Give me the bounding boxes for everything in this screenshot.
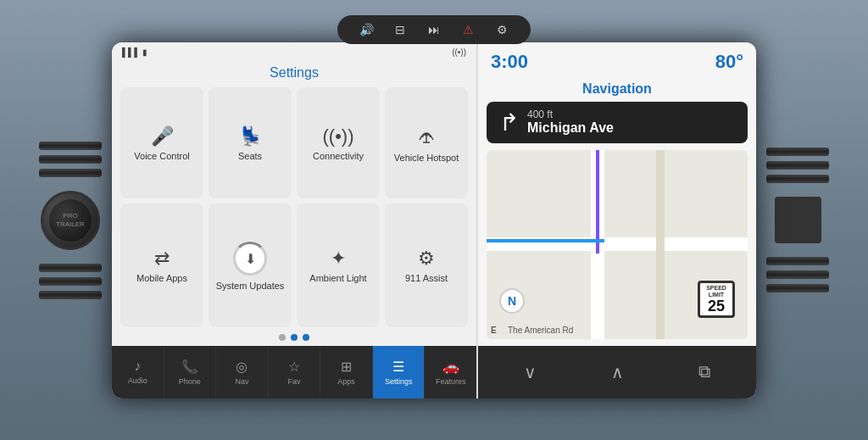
vent-slot bbox=[766, 175, 829, 183]
wifi-icon: ((•)) bbox=[452, 47, 466, 57]
features-nav-label: Features bbox=[436, 377, 466, 386]
nav-settings[interactable]: ☰ Settings bbox=[373, 346, 426, 398]
main-screen: ▌▌▌ ▮ ((•)) Settings 🎤 Voice Control 💺 S… bbox=[112, 42, 756, 398]
system-updates-item[interactable]: ⬇ System Updates bbox=[209, 203, 292, 327]
phone-nav-label: Phone bbox=[179, 377, 201, 386]
nav-apps[interactable]: ⊞ Apps bbox=[320, 346, 373, 398]
settings-grid: 🎤 Voice Control 💺 Seats ((•)) Connectivi… bbox=[112, 87, 476, 327]
chevron-down-icon[interactable]: ∨ bbox=[520, 358, 541, 387]
signal-bars-icon: ▌▌▌ bbox=[122, 47, 140, 57]
dot-1[interactable] bbox=[279, 334, 286, 341]
connectivity-item[interactable]: ((•)) Connectivity bbox=[297, 87, 380, 199]
nav-temperature: 80° bbox=[715, 51, 743, 73]
settings-nav-icon: ☰ bbox=[392, 359, 404, 375]
911-assist-label: 911 Assist bbox=[405, 273, 448, 284]
dot-3[interactable] bbox=[303, 334, 309, 341]
compass-label: N bbox=[508, 294, 516, 308]
dot-2[interactable] bbox=[291, 334, 298, 341]
speed-limit-number: 25 bbox=[702, 298, 731, 314]
speed-limit-sign: SPEED LIMIT 25 bbox=[698, 281, 735, 317]
seats-item[interactable]: 💺 Seats bbox=[209, 87, 292, 199]
911-assist-icon: ⚙ bbox=[418, 249, 435, 268]
nav-audio[interactable]: ♪ Audio bbox=[112, 346, 164, 398]
phone-nav-icon: 📞 bbox=[181, 359, 198, 375]
map-compass: N bbox=[499, 288, 525, 314]
voice-control-item[interactable]: 🎤 Voice Control bbox=[120, 87, 203, 199]
direction-distance: 400 ft bbox=[527, 109, 614, 120]
vent-slot bbox=[766, 161, 829, 170]
vehicle-hotspot-icon bbox=[417, 125, 436, 148]
pagination-dots bbox=[112, 327, 476, 346]
wifi-area: ((•)) bbox=[452, 47, 466, 57]
map-road-name: The American Rd bbox=[508, 326, 573, 335]
knob-label: PROTRAILER bbox=[49, 199, 92, 242]
audio-nav-icon: ♪ bbox=[134, 359, 141, 374]
fav-nav-icon: ☆ bbox=[288, 359, 300, 375]
voice-control-icon: 🎤 bbox=[151, 127, 174, 146]
direction-text: 400 ft Michigan Ave bbox=[527, 109, 614, 136]
vent-slot bbox=[39, 142, 102, 150]
features-nav-icon: 🚗 bbox=[442, 359, 459, 375]
vent-slot bbox=[766, 257, 829, 265]
settings-physical-btn[interactable]: ⚙ bbox=[490, 20, 514, 39]
map-east-label: E bbox=[491, 326, 497, 335]
navigation-panel: 3:00 80° Navigation ↱ 400 ft Michigan Av… bbox=[476, 42, 756, 398]
audio-physical-btn[interactable]: 🔊 bbox=[354, 20, 378, 39]
vent-slot bbox=[766, 284, 829, 292]
chevron-up-icon[interactable]: ∧ bbox=[607, 358, 628, 387]
system-updates-label: System Updates bbox=[216, 281, 285, 292]
mobile-apps-label: Mobile Apps bbox=[136, 273, 187, 284]
mobile-apps-icon: ⇄ bbox=[154, 249, 170, 268]
nav-header: 3:00 80° bbox=[478, 42, 756, 81]
top-button-bar: 🔊 ⊟ ⏭ ⚠ ⚙ bbox=[337, 15, 531, 44]
alert-physical-btn[interactable]: ⚠ bbox=[456, 20, 480, 39]
nav-nav-label: Nav bbox=[235, 377, 248, 386]
vent-slot bbox=[39, 277, 102, 286]
media-physical-btn[interactable]: ⏭ bbox=[422, 20, 446, 39]
pro-trailer-knob[interactable]: PROTRAILER bbox=[41, 191, 100, 250]
mobile-apps-item[interactable]: ⇄ Mobile Apps bbox=[120, 203, 203, 327]
nav-features[interactable]: 🚗 Features bbox=[425, 346, 476, 398]
map-area[interactable]: N SPEED LIMIT 25 E The American Rd bbox=[487, 150, 748, 339]
nav-nav-icon: ◎ bbox=[236, 359, 248, 375]
connectivity-label: Connectivity bbox=[313, 151, 364, 162]
map-route-blue bbox=[487, 239, 604, 242]
map-route-purple bbox=[596, 150, 599, 254]
vent-slot bbox=[39, 169, 102, 177]
audio-nav-label: Audio bbox=[128, 376, 147, 385]
nav-phone[interactable]: 📞 Phone bbox=[164, 346, 217, 398]
vehicle-hotspot-label: Vehicle Hotspot bbox=[394, 153, 459, 164]
vent-slot bbox=[766, 270, 829, 279]
battery-icon: ▮ bbox=[142, 47, 147, 57]
right-vent bbox=[760, 102, 836, 339]
voice-control-label: Voice Control bbox=[134, 151, 189, 162]
nav-bottom-bar: ∨ ∧ ⧉ bbox=[478, 346, 756, 398]
911-assist-item[interactable]: ⚙ 911 Assist bbox=[385, 203, 468, 327]
vent-slot bbox=[766, 148, 829, 156]
settings-nav-label: Settings bbox=[385, 377, 413, 386]
settings-status-bar: ▌▌▌ ▮ ((•)) bbox=[112, 42, 476, 62]
speed-limit-header: SPEED LIMIT bbox=[702, 285, 731, 298]
map-road-vertical-2 bbox=[656, 150, 665, 339]
nav-time: 3:00 bbox=[491, 51, 528, 73]
system-update-ring: ⬇ bbox=[233, 242, 267, 276]
ambient-light-item[interactable]: ✦ Ambient Light bbox=[297, 203, 380, 327]
vehicle-hotspot-item[interactable]: Vehicle Hotspot bbox=[385, 87, 468, 199]
left-vent: PROTRAILER bbox=[32, 102, 108, 339]
signal-area: ▌▌▌ ▮ bbox=[122, 47, 147, 57]
nav-fav[interactable]: ☆ Fav bbox=[269, 346, 321, 398]
display-physical-btn[interactable]: ⊟ bbox=[388, 20, 412, 39]
dashboard: 🔊 ⊟ ⏭ ⚠ ⚙ PROTRAILER ▌▌▌ ▮ ((•)) bbox=[0, 0, 868, 440]
ambient-light-icon: ✦ bbox=[331, 249, 346, 268]
direction-street: Michigan Ave bbox=[527, 120, 614, 136]
download-icon: ⬇ bbox=[245, 251, 256, 267]
settings-title: Settings bbox=[112, 62, 476, 87]
nav-nav[interactable]: ◎ Nav bbox=[216, 346, 269, 398]
apps-nav-icon: ⊞ bbox=[341, 359, 352, 375]
nav-direction-banner: ↱ 400 ft Michigan Ave bbox=[487, 102, 748, 143]
connectivity-icon: ((•)) bbox=[322, 127, 353, 146]
apps-nav-label: Apps bbox=[337, 377, 355, 386]
copy-icon[interactable]: ⧉ bbox=[694, 358, 715, 386]
seats-label: Seats bbox=[238, 151, 262, 162]
turn-arrow-icon: ↱ bbox=[499, 109, 519, 136]
